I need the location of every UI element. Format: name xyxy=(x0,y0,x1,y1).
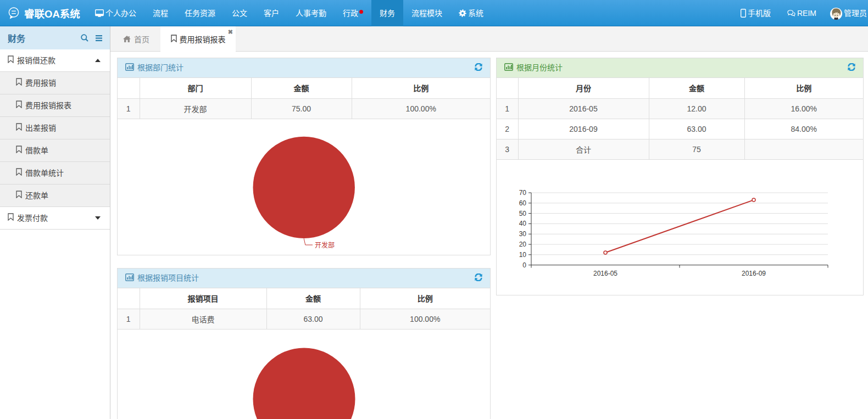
svg-text:2016-05: 2016-05 xyxy=(593,270,617,277)
svg-text:2016-09: 2016-09 xyxy=(742,270,766,277)
svg-text:30: 30 xyxy=(519,230,527,238)
svg-text:20: 20 xyxy=(519,241,527,248)
svg-text:0: 0 xyxy=(522,261,526,269)
svg-text:60: 60 xyxy=(519,199,527,207)
svg-text:10: 10 xyxy=(519,251,527,259)
svg-text:50: 50 xyxy=(519,210,527,217)
svg-text:开发部: 开发部 xyxy=(315,241,335,249)
svg-text:40: 40 xyxy=(519,220,527,227)
svg-text:70: 70 xyxy=(519,189,527,197)
